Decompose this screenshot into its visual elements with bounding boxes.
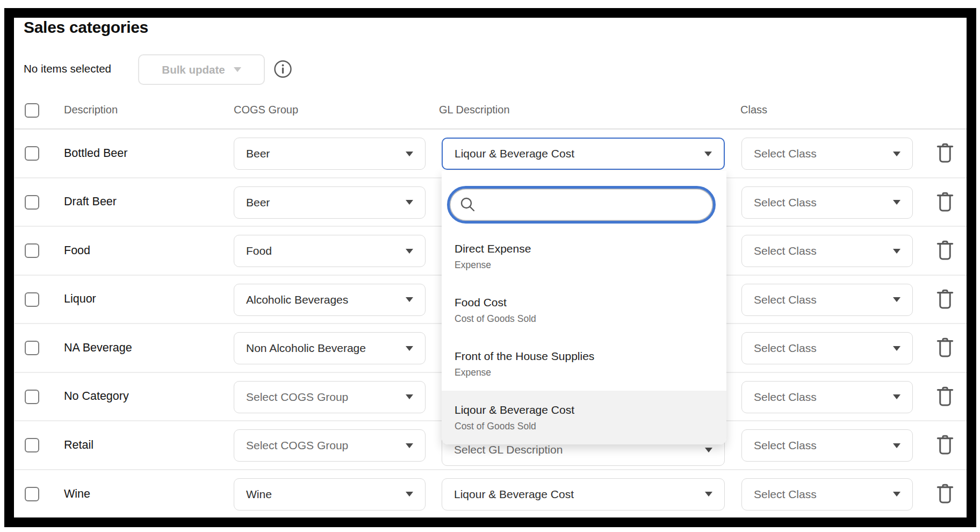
class-select[interactable]: Select Class <box>741 284 913 316</box>
cogs-group-select[interactable]: Select COGS Group <box>234 429 426 462</box>
row-checkbox[interactable] <box>25 341 39 355</box>
gl-description-select[interactable]: Liqour & Beverage Cost <box>442 138 725 170</box>
gl-option[interactable]: Front of the House Supplies Expense <box>442 337 726 391</box>
cogs-group-select[interactable]: Alcoholic Beverages <box>234 284 426 316</box>
gl-option[interactable]: Food Cost Cost of Goods Sold <box>442 283 726 337</box>
cogs-group-value: Food <box>246 245 272 257</box>
gl-option[interactable]: Direct Expense Expense <box>442 229 726 283</box>
cogs-group-select[interactable]: Wine <box>234 478 426 511</box>
gl-option-subtitle: Expense <box>455 367 714 378</box>
row-description: Retail <box>64 421 93 469</box>
row-checkbox[interactable] <box>25 243 39 258</box>
cogs-group-value: Beer <box>246 196 270 209</box>
class-select[interactable]: Select Class <box>741 381 913 413</box>
cogs-group-value: Alcoholic Beverages <box>246 293 348 306</box>
cogs-group-select[interactable]: Select COGS Group <box>234 381 426 413</box>
trash-icon <box>935 289 956 311</box>
gl-description-dropdown-panel: Direct Expense Expense Food Cost Cost of… <box>442 171 726 444</box>
chevron-down-icon <box>893 346 900 351</box>
row-checkbox[interactable] <box>25 292 39 307</box>
gl-options-list: Direct Expense Expense Food Cost Cost of… <box>442 229 726 444</box>
cogs-group-select[interactable]: Food <box>234 235 426 267</box>
class-value: Select Class <box>754 196 817 209</box>
cogs-group-select[interactable]: Beer <box>234 186 426 219</box>
row-checkbox[interactable] <box>25 390 39 404</box>
gl-option[interactable]: Liqour & Beverage Cost Cost of Goods Sol… <box>442 391 726 444</box>
class-value: Select Class <box>754 342 817 355</box>
cogs-group-value: Select COGS Group <box>246 439 348 452</box>
chevron-down-icon <box>406 346 413 351</box>
cogs-group-value: Beer <box>246 147 270 160</box>
info-icon[interactable] <box>273 60 292 78</box>
chevron-down-icon <box>893 249 900 254</box>
class-value: Select Class <box>754 293 817 306</box>
trash-icon <box>935 143 956 164</box>
delete-row-button[interactable] <box>935 483 956 506</box>
chevron-down-icon <box>406 394 413 399</box>
delete-row-button[interactable] <box>935 289 956 311</box>
delete-row-button[interactable] <box>935 337 956 360</box>
delete-row-button[interactable] <box>935 386 956 408</box>
row-description: Bottled Beer <box>64 130 127 177</box>
trash-icon <box>935 484 956 505</box>
column-header-cogs-group: COGS Group <box>234 104 298 116</box>
column-header-description: Description <box>64 104 118 116</box>
trash-icon <box>935 386 956 408</box>
chevron-down-icon <box>406 443 413 448</box>
row-description: Wine <box>64 470 90 518</box>
row-checkbox[interactable] <box>25 195 39 210</box>
gl-option-subtitle: Expense <box>455 260 714 271</box>
row-checkbox[interactable] <box>25 438 39 452</box>
column-header-class: Class <box>740 104 767 116</box>
class-select[interactable]: Select Class <box>741 186 913 219</box>
chevron-down-icon <box>893 200 900 205</box>
selection-status: No items selected <box>24 62 111 75</box>
gl-description-value: Select GL Description <box>454 443 563 456</box>
cogs-group-select[interactable]: Non Alcoholic Beverage <box>234 332 426 364</box>
page-title: Sales categories <box>24 18 148 37</box>
row-description: Food <box>64 227 90 275</box>
row-checkbox[interactable] <box>25 146 39 161</box>
delete-row-button[interactable] <box>935 142 956 165</box>
gl-option-title: Front of the House Supplies <box>455 350 714 363</box>
trash-icon <box>935 435 956 456</box>
gl-description-value: Liqour & Beverage Cost <box>454 488 574 501</box>
chevron-down-icon <box>406 492 413 497</box>
delete-row-button[interactable] <box>935 191 956 214</box>
row-checkbox[interactable] <box>25 487 39 501</box>
chevron-down-icon <box>893 492 900 497</box>
gl-option-subtitle: Cost of Goods Sold <box>455 421 714 432</box>
class-select[interactable]: Select Class <box>741 235 913 267</box>
bulk-update-button[interactable]: Bulk update <box>138 54 265 85</box>
delete-row-button[interactable] <box>935 434 956 457</box>
gl-description-value: Liqour & Beverage Cost <box>455 147 574 160</box>
gl-option-subtitle: Cost of Goods Sold <box>455 313 714 325</box>
gl-description-select[interactable]: Liqour & Beverage Cost <box>442 478 725 511</box>
chevron-down-icon <box>406 200 413 205</box>
class-select[interactable]: Select Class <box>741 429 913 462</box>
class-select[interactable]: Select Class <box>741 478 913 511</box>
chevron-down-icon <box>704 152 712 156</box>
select-all-checkbox[interactable] <box>25 103 39 118</box>
trash-icon <box>935 337 956 359</box>
gl-search-input[interactable] <box>484 192 703 218</box>
row-description: Liquor <box>64 276 96 323</box>
delete-row-button[interactable] <box>935 240 956 262</box>
chevron-down-icon <box>893 394 900 399</box>
chevron-down-icon <box>705 448 712 452</box>
chevron-down-icon <box>406 297 413 302</box>
cogs-group-select[interactable]: Beer <box>234 138 426 170</box>
class-value: Select Class <box>754 488 817 501</box>
class-select[interactable]: Select Class <box>741 332 913 364</box>
gl-option-title: Liqour & Beverage Cost <box>455 404 714 416</box>
row-description: NA Beverage <box>64 324 132 372</box>
cogs-group-value: Non Alcoholic Beverage <box>246 342 366 355</box>
class-select[interactable]: Select Class <box>741 138 913 170</box>
gl-option-title: Direct Expense <box>455 242 714 255</box>
row-description: No Category <box>64 373 129 421</box>
column-header-gl-description: GL Description <box>439 104 510 116</box>
row-description: Draft Beer <box>64 178 117 226</box>
gl-search-box[interactable] <box>447 186 716 224</box>
chevron-down-icon <box>893 297 900 302</box>
class-value: Select Class <box>754 391 817 404</box>
